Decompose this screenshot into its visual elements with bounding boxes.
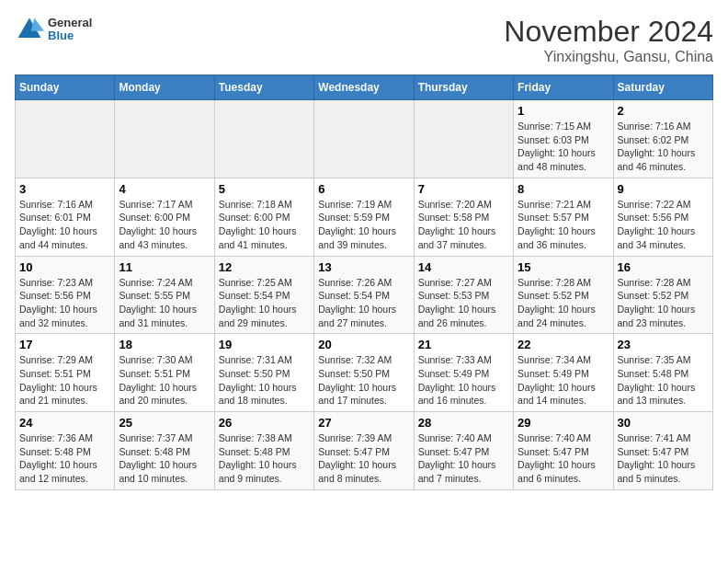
day-number: 20 (318, 338, 409, 351)
day-number: 28 (418, 416, 509, 430)
day-info: Sunrise: 7:36 AM Sunset: 5:48 PM Dayligh… (19, 431, 110, 486)
weekday-header: Tuesday (214, 75, 313, 100)
day-number: 13 (318, 260, 409, 274)
day-info: Sunrise: 7:29 AM Sunset: 5:51 PM Dayligh… (19, 353, 110, 408)
calendar-cell: 28Sunrise: 7:40 AM Sunset: 5:47 PM Dayli… (414, 412, 513, 490)
day-info: Sunrise: 7:27 AM Sunset: 5:53 PM Dayligh… (418, 276, 509, 330)
weekday-header: Sunday (16, 75, 115, 100)
calendar-week-row: 10Sunrise: 7:23 AM Sunset: 5:56 PM Dayli… (16, 256, 713, 334)
day-number: 15 (518, 260, 609, 274)
day-info: Sunrise: 7:18 AM Sunset: 6:00 PM Dayligh… (219, 198, 310, 252)
logo-icon (15, 15, 44, 44)
day-number: 8 (518, 182, 609, 196)
weekday-header: Friday (514, 75, 613, 100)
calendar-cell: 22Sunrise: 7:34 AM Sunset: 5:49 PM Dayli… (514, 334, 613, 412)
day-number: 16 (618, 260, 709, 274)
day-number: 7 (418, 182, 509, 196)
day-info: Sunrise: 7:28 AM Sunset: 5:52 PM Dayligh… (618, 276, 709, 330)
day-number: 19 (219, 338, 310, 351)
calendar-cell: 5Sunrise: 7:18 AM Sunset: 6:00 PM Daylig… (214, 178, 313, 256)
day-info: Sunrise: 7:16 AM Sunset: 6:01 PM Dayligh… (19, 198, 110, 252)
weekday-header: Wednesday (314, 75, 414, 100)
day-number: 1 (518, 104, 609, 118)
logo-blue: Blue (48, 29, 92, 42)
calendar-cell: 19Sunrise: 7:31 AM Sunset: 5:50 PM Dayli… (214, 334, 313, 412)
day-number: 17 (19, 338, 110, 351)
day-number: 3 (19, 182, 110, 196)
calendar-week-row: 24Sunrise: 7:36 AM Sunset: 5:48 PM Dayli… (16, 412, 713, 490)
calendar-cell: 11Sunrise: 7:24 AM Sunset: 5:55 PM Dayli… (115, 256, 214, 334)
day-info: Sunrise: 7:33 AM Sunset: 5:49 PM Dayligh… (418, 353, 509, 408)
day-info: Sunrise: 7:35 AM Sunset: 5:48 PM Dayligh… (618, 353, 709, 408)
calendar-cell: 9Sunrise: 7:22 AM Sunset: 5:56 PM Daylig… (613, 178, 712, 256)
day-number: 30 (618, 416, 709, 430)
day-info: Sunrise: 7:16 AM Sunset: 6:02 PM Dayligh… (618, 120, 709, 174)
day-number: 2 (618, 104, 709, 118)
day-number: 23 (618, 338, 709, 351)
day-number: 5 (219, 182, 310, 196)
day-info: Sunrise: 7:22 AM Sunset: 5:56 PM Dayligh… (618, 198, 709, 252)
calendar-cell: 4Sunrise: 7:17 AM Sunset: 6:00 PM Daylig… (115, 178, 214, 256)
calendar-body: 1Sunrise: 7:15 AM Sunset: 6:03 PM Daylig… (16, 100, 713, 490)
calendar-cell: 18Sunrise: 7:30 AM Sunset: 5:51 PM Dayli… (115, 334, 214, 412)
calendar-cell (414, 100, 513, 178)
day-number: 14 (418, 260, 509, 274)
day-info: Sunrise: 7:39 AM Sunset: 5:47 PM Dayligh… (318, 431, 409, 486)
calendar-header: SundayMondayTuesdayWednesdayThursdayFrid… (16, 75, 713, 100)
day-info: Sunrise: 7:21 AM Sunset: 5:57 PM Dayligh… (518, 198, 609, 252)
page-header: General Blue November 2024 Yinxingshu, G… (15, 15, 713, 65)
logo-general: General (48, 17, 92, 29)
day-number: 9 (618, 182, 709, 196)
day-info: Sunrise: 7:30 AM Sunset: 5:51 PM Dayligh… (119, 353, 210, 408)
calendar-cell: 24Sunrise: 7:36 AM Sunset: 5:48 PM Dayli… (16, 412, 115, 490)
day-info: Sunrise: 7:41 AM Sunset: 5:47 PM Dayligh… (618, 431, 709, 486)
calendar-cell: 12Sunrise: 7:25 AM Sunset: 5:54 PM Dayli… (214, 256, 313, 334)
day-info: Sunrise: 7:25 AM Sunset: 5:54 PM Dayligh… (219, 276, 310, 330)
day-info: Sunrise: 7:26 AM Sunset: 5:54 PM Dayligh… (318, 276, 409, 330)
calendar-cell: 1Sunrise: 7:15 AM Sunset: 6:03 PM Daylig… (514, 100, 613, 178)
calendar-week-row: 1Sunrise: 7:15 AM Sunset: 6:03 PM Daylig… (16, 100, 713, 178)
day-number: 24 (19, 416, 110, 430)
day-info: Sunrise: 7:40 AM Sunset: 5:47 PM Dayligh… (418, 431, 509, 486)
day-info: Sunrise: 7:19 AM Sunset: 5:59 PM Dayligh… (318, 198, 409, 252)
calendar-subtitle: Yinxingshu, Gansu, China (504, 49, 713, 65)
calendar-cell (115, 100, 214, 178)
calendar-cell: 30Sunrise: 7:41 AM Sunset: 5:47 PM Dayli… (613, 412, 712, 490)
day-number: 27 (318, 416, 409, 430)
weekday-header: Saturday (613, 75, 712, 100)
calendar-cell (314, 100, 414, 178)
day-number: 11 (119, 260, 210, 274)
calendar-table: SundayMondayTuesdayWednesdayThursdayFrid… (15, 75, 713, 490)
day-number: 21 (418, 338, 509, 351)
day-info: Sunrise: 7:23 AM Sunset: 5:56 PM Dayligh… (19, 276, 110, 330)
calendar-cell: 27Sunrise: 7:39 AM Sunset: 5:47 PM Dayli… (314, 412, 414, 490)
calendar-cell: 23Sunrise: 7:35 AM Sunset: 5:48 PM Dayli… (613, 334, 712, 412)
day-number: 6 (318, 182, 409, 196)
calendar-cell: 15Sunrise: 7:28 AM Sunset: 5:52 PM Dayli… (514, 256, 613, 334)
day-info: Sunrise: 7:28 AM Sunset: 5:52 PM Dayligh… (518, 276, 609, 330)
day-info: Sunrise: 7:34 AM Sunset: 5:49 PM Dayligh… (518, 353, 609, 408)
weekday-header: Monday (115, 75, 214, 100)
calendar-cell: 13Sunrise: 7:26 AM Sunset: 5:54 PM Dayli… (314, 256, 414, 334)
day-number: 22 (518, 338, 609, 351)
calendar-cell: 26Sunrise: 7:38 AM Sunset: 5:48 PM Dayli… (214, 412, 313, 490)
calendar-week-row: 3Sunrise: 7:16 AM Sunset: 6:01 PM Daylig… (16, 178, 713, 256)
calendar-cell: 2Sunrise: 7:16 AM Sunset: 6:02 PM Daylig… (613, 100, 712, 178)
day-info: Sunrise: 7:15 AM Sunset: 6:03 PM Dayligh… (518, 120, 609, 174)
calendar-cell: 7Sunrise: 7:20 AM Sunset: 5:58 PM Daylig… (414, 178, 513, 256)
day-number: 12 (219, 260, 310, 274)
calendar-cell: 17Sunrise: 7:29 AM Sunset: 5:51 PM Dayli… (16, 334, 115, 412)
calendar-cell (16, 100, 115, 178)
calendar-cell: 8Sunrise: 7:21 AM Sunset: 5:57 PM Daylig… (514, 178, 613, 256)
day-number: 29 (518, 416, 609, 430)
day-number: 18 (119, 338, 210, 351)
day-info: Sunrise: 7:37 AM Sunset: 5:48 PM Dayligh… (119, 431, 210, 486)
calendar-title: November 2024 (504, 15, 713, 49)
calendar-cell: 29Sunrise: 7:40 AM Sunset: 5:47 PM Dayli… (514, 412, 613, 490)
calendar-cell: 21Sunrise: 7:33 AM Sunset: 5:49 PM Dayli… (414, 334, 513, 412)
weekday-header: Thursday (414, 75, 513, 100)
title-block: November 2024 Yinxingshu, Gansu, China (504, 15, 713, 65)
day-info: Sunrise: 7:38 AM Sunset: 5:48 PM Dayligh… (219, 431, 310, 486)
day-number: 4 (119, 182, 210, 196)
calendar-cell: 16Sunrise: 7:28 AM Sunset: 5:52 PM Dayli… (613, 256, 712, 334)
